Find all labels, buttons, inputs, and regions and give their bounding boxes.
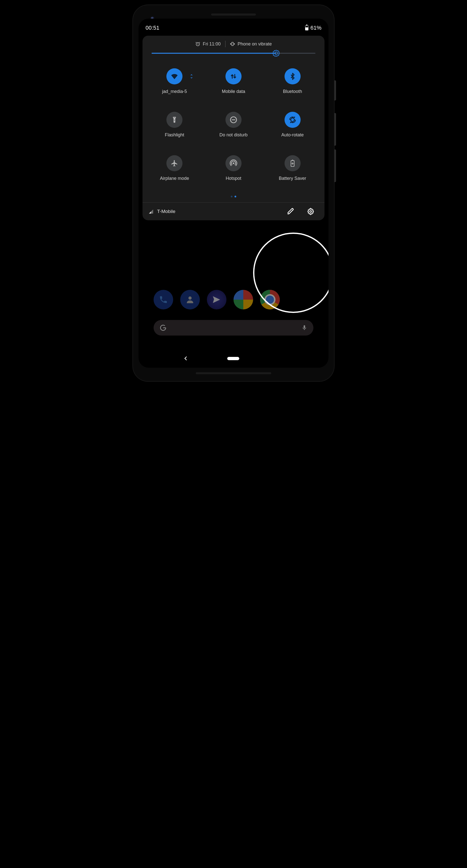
pager-dot[interactable] bbox=[234, 196, 236, 197]
battery-percentage: 61% bbox=[311, 25, 321, 31]
brightness-slider[interactable] bbox=[151, 53, 316, 54]
phone-device-frame: 00:51 61% Fri 11:00 Phone on vibrate bbox=[133, 5, 334, 381]
flashlight-icon bbox=[166, 112, 182, 128]
carrier-label[interactable]: T-Mobile bbox=[149, 209, 175, 214]
alarm-text: Fri 11:00 bbox=[203, 41, 221, 47]
tile-label: Bluetooth bbox=[283, 89, 302, 94]
auto-rotate-icon bbox=[285, 112, 301, 128]
qs-header: Fri 11:00 Phone on vibrate bbox=[143, 36, 324, 53]
tile-label: Airplane mode bbox=[160, 176, 189, 181]
tile-label: Auto-rotate bbox=[281, 132, 303, 137]
tile-label: Mobile data bbox=[222, 89, 245, 94]
svg-point-6 bbox=[233, 162, 234, 164]
signal-icon bbox=[149, 209, 153, 214]
wifi-expand-icon[interactable] bbox=[189, 74, 194, 80]
status-time: 00:51 bbox=[146, 25, 159, 31]
tile-mobile-data[interactable]: Mobile data bbox=[204, 68, 263, 94]
messages-app-icon[interactable] bbox=[207, 290, 227, 309]
tile-label: jad_media-5 bbox=[162, 89, 187, 94]
screen: 00:51 61% Fri 11:00 Phone on vibrate bbox=[139, 19, 328, 368]
earpiece-speaker bbox=[211, 13, 256, 16]
ringer-text: Phone on vibrate bbox=[237, 41, 272, 47]
tile-label: Do not disturb bbox=[220, 132, 247, 137]
tile-label: Hotspot bbox=[226, 176, 241, 181]
header-divider bbox=[225, 41, 226, 47]
hotspot-icon bbox=[226, 155, 241, 171]
svg-marker-2 bbox=[273, 50, 279, 57]
app-icon[interactable] bbox=[233, 290, 253, 309]
settings-icon[interactable] bbox=[307, 208, 315, 215]
battery-icon bbox=[305, 25, 309, 30]
battery-fill bbox=[305, 27, 308, 30]
dnd-icon bbox=[226, 112, 241, 128]
tile-bluetooth[interactable]: Bluetooth bbox=[263, 68, 322, 94]
home-pill[interactable] bbox=[227, 357, 239, 360]
contacts-app-icon[interactable] bbox=[180, 290, 200, 309]
brightness-fill bbox=[151, 53, 276, 54]
battery-saver-icon bbox=[285, 155, 301, 171]
phone-app-icon[interactable] bbox=[153, 290, 173, 309]
airplane-icon bbox=[166, 155, 182, 171]
volume-up-button bbox=[334, 113, 336, 146]
bluetooth-icon bbox=[285, 68, 301, 84]
tile-dnd[interactable]: Do not disturb bbox=[204, 112, 263, 137]
volume-down-button bbox=[334, 149, 336, 182]
edit-icon[interactable] bbox=[287, 208, 294, 215]
tile-battery-saver[interactable]: Battery Saver bbox=[263, 155, 322, 181]
status-right: 61% bbox=[305, 25, 321, 31]
status-bar: 00:51 61% bbox=[139, 19, 328, 36]
bottom-speaker bbox=[196, 372, 271, 374]
mobile-data-icon bbox=[226, 68, 241, 84]
alarm-indicator[interactable]: Fri 11:00 bbox=[195, 41, 221, 47]
tile-hotspot[interactable]: Hotspot bbox=[204, 155, 263, 181]
tile-flashlight[interactable]: Flashlight bbox=[145, 112, 204, 137]
svg-rect-5 bbox=[290, 118, 295, 122]
navigation-bar bbox=[139, 355, 328, 361]
home-dock bbox=[139, 290, 328, 309]
chrome-app-icon[interactable] bbox=[260, 290, 280, 309]
google-search-bar[interactable] bbox=[153, 320, 314, 336]
tile-airplane[interactable]: Airplane mode bbox=[145, 155, 204, 181]
brightness-icon[interactable] bbox=[272, 50, 280, 57]
page-indicator bbox=[143, 184, 324, 203]
svg-rect-1 bbox=[232, 42, 233, 45]
power-button bbox=[334, 81, 336, 100]
google-g-icon bbox=[159, 324, 167, 331]
qs-tiles-grid: jad_media-5 Mobile data Bluetooth bbox=[143, 61, 324, 184]
svg-point-3 bbox=[275, 52, 278, 55]
ringer-indicator[interactable]: Phone on vibrate bbox=[230, 41, 272, 47]
alarm-icon bbox=[195, 41, 200, 46]
carrier-name: T-Mobile bbox=[157, 209, 175, 214]
tile-label: Battery Saver bbox=[279, 176, 306, 181]
quick-settings-panel: Fri 11:00 Phone on vibrate bbox=[143, 36, 324, 220]
wifi-icon bbox=[166, 68, 182, 84]
vibrate-icon bbox=[230, 41, 235, 46]
svg-point-8 bbox=[310, 211, 312, 213]
svg-point-9 bbox=[188, 297, 192, 300]
back-button[interactable] bbox=[183, 355, 188, 361]
mic-icon[interactable] bbox=[301, 325, 308, 331]
tile-label: Flashlight bbox=[165, 132, 184, 137]
footer-actions bbox=[287, 208, 318, 215]
qs-footer: T-Mobile bbox=[143, 203, 324, 220]
tile-auto-rotate[interactable]: Auto-rotate bbox=[263, 112, 322, 137]
tile-wifi[interactable]: jad_media-5 bbox=[145, 68, 204, 94]
pager-dot[interactable] bbox=[231, 196, 233, 197]
